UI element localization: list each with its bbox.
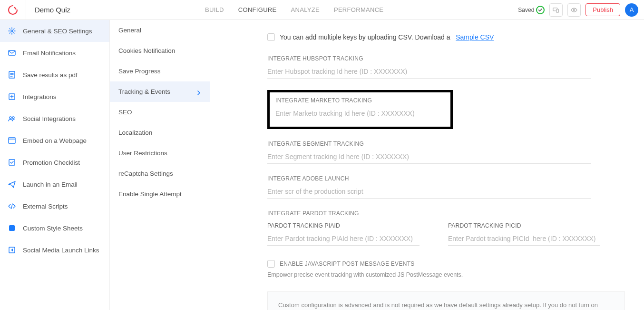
pardot-piaid-field: PARDOT TRACKING PIAID	[267, 222, 420, 246]
js-events-checkbox[interactable]	[267, 260, 275, 268]
svg-rect-4	[9, 50, 15, 55]
publish-button[interactable]: Publish	[585, 3, 620, 16]
embed-icon	[8, 136, 16, 145]
avatar[interactable]: A	[625, 3, 638, 17]
hubspot-input[interactable]	[267, 66, 591, 79]
sidebar-item-label: Save results as pdf	[23, 71, 78, 79]
sub-item-label: Cookies Notification	[118, 47, 175, 54]
marketo-label: INTEGRATE MARKETO TRACKING	[275, 97, 445, 104]
sub-item-label: General	[118, 27, 141, 34]
pardot-picid-field: PARDOT TRACKING PICID	[448, 222, 600, 246]
sidebar-item-embed[interactable]: Embed on a Webpage	[0, 130, 109, 151]
topbar: Demo Quiz BUILD CONFIGURE ANALYZE PERFOR…	[0, 0, 644, 20]
sub-item-save-progress[interactable]: Save Progress	[110, 61, 210, 81]
sub-item-recaptcha[interactable]: reCaptcha Settings	[110, 163, 210, 184]
info-text: Custom configuration is advanced and is …	[278, 301, 598, 310]
logo[interactable]	[0, 0, 26, 20]
quiz-title: Demo Quiz	[26, 6, 70, 14]
js-events-row: ENABLE JAVASCRIPT POST MESSAGE EVENTS	[267, 260, 625, 268]
check-icon	[536, 6, 545, 14]
js-events-desc: Empower precise event tracking with cust…	[267, 271, 625, 278]
sub-item-cookies[interactable]: Cookies Notification	[110, 40, 210, 61]
sidebar-item-label: Embed on a Webpage	[23, 137, 87, 144]
adobe-input[interactable]	[267, 186, 591, 199]
saved-label: Saved	[518, 7, 534, 13]
js-events-label: ENABLE JAVASCRIPT POST MESSAGE EVENTS	[280, 260, 415, 267]
nav-performance[interactable]: PERFORMANCE	[334, 6, 383, 13]
sub-item-general[interactable]: General	[110, 20, 210, 40]
sidebar-item-label: Email Notifications	[23, 50, 76, 57]
users-icon	[8, 114, 16, 123]
sidebar-item-social[interactable]: Social Integrations	[0, 108, 109, 130]
sidebar-secondary: General Cookies Notification Save Progre…	[110, 20, 210, 310]
sub-item-label: reCaptcha Settings	[118, 170, 173, 177]
sidebar-item-label: Social Integrations	[23, 115, 76, 122]
svg-rect-10	[9, 160, 15, 165]
svg-point-3	[11, 30, 13, 32]
adobe-label: INTEGRATE ADOBE LAUNCH	[267, 175, 591, 182]
svg-rect-11	[9, 225, 15, 231]
pardot-picid-input[interactable]	[448, 233, 600, 246]
sub-item-label: Tracking & Events	[118, 88, 170, 95]
css-icon	[8, 224, 16, 232]
pardot-picid-label: PARDOT TRACKING PICID	[448, 222, 600, 229]
preview-button[interactable]	[567, 3, 581, 17]
marketo-field-highlight: INTEGRATE MARKETO TRACKING	[267, 90, 453, 129]
sidebar-item-label: External Scripts	[23, 203, 68, 210]
svg-point-7	[10, 117, 11, 119]
sidebar-primary: General & SEO Settings Email Notificatio…	[0, 20, 110, 310]
segment-field: INTEGRATE SEGMENT TRACKING	[267, 140, 591, 164]
sub-item-label: Localization	[118, 129, 152, 136]
toggle-device-button[interactable]	[549, 3, 563, 17]
hubspot-label: INTEGRATE HUBSPOT TRACKING	[267, 55, 591, 62]
sub-item-label: User Restrictions	[118, 150, 167, 157]
send-icon	[8, 180, 16, 189]
nav-build[interactable]: BUILD	[205, 6, 224, 13]
sidebar-item-general-seo[interactable]: General & SEO Settings	[0, 20, 109, 42]
sub-item-localization[interactable]: Localization	[110, 122, 210, 143]
share-icon	[8, 246, 16, 254]
sidebar-item-social-launch[interactable]: Social Media Launch Links	[0, 239, 109, 261]
sidebar-item-label: General & SEO Settings	[23, 28, 92, 35]
pardot-piaid-input[interactable]	[267, 233, 420, 246]
sub-item-tracking[interactable]: Tracking & Events	[110, 81, 210, 102]
pdf-icon	[8, 70, 16, 79]
sample-csv-link[interactable]: Sample CSV	[456, 33, 494, 41]
hubspot-field: INTEGRATE HUBSPOT TRACKING	[267, 55, 591, 79]
integrations-icon	[8, 92, 16, 101]
csv-upload-row: You can add multiple keys by uploading C…	[267, 33, 625, 41]
main-content: You can add multiple keys by uploading C…	[210, 20, 644, 310]
csv-checkbox[interactable]	[267, 33, 275, 41]
pardot-heading: INTEGRATE PARDOT TRACKING	[267, 210, 625, 217]
mail-icon	[8, 49, 16, 57]
sidebar-item-css[interactable]: Custom Style Sheets	[0, 217, 109, 239]
chevron-right-icon	[196, 90, 201, 94]
sidebar-item-scripts[interactable]: External Scripts	[0, 195, 109, 217]
sidebar-item-pdf[interactable]: Save results as pdf	[0, 64, 109, 86]
top-right: Saved Publish A	[518, 3, 638, 17]
svg-point-2	[574, 9, 576, 11]
adobe-field: INTEGRATE ADOBE LAUNCH	[267, 175, 591, 199]
sidebar-item-label: Launch in an Email	[23, 181, 78, 188]
gear-icon	[8, 27, 16, 35]
nav-configure[interactable]: CONFIGURE	[238, 6, 277, 13]
sub-item-seo[interactable]: SEO	[110, 102, 210, 122]
sidebar-item-integrations[interactable]: Integrations	[0, 86, 109, 108]
segment-input[interactable]	[267, 151, 591, 164]
sidebar-item-launch-email[interactable]: Launch in an Email	[0, 173, 109, 195]
top-nav: BUILD CONFIGURE ANALYZE PERFORMANCE	[70, 6, 518, 13]
sidebar-item-email[interactable]: Email Notifications	[0, 42, 109, 64]
sub-item-user-restrictions[interactable]: User Restrictions	[110, 143, 210, 163]
sub-item-label: SEO	[118, 109, 132, 116]
nav-analyze[interactable]: ANALYZE	[291, 6, 320, 13]
sidebar-item-label: Promotion Checklist	[23, 159, 80, 166]
svg-point-8	[12, 117, 14, 119]
sub-item-single-attempt[interactable]: Enable Single Attempt	[110, 184, 210, 204]
custom-config-info: Custom configuration is advanced and is …	[267, 291, 625, 310]
marketo-input[interactable]	[275, 108, 445, 120]
segment-label: INTEGRATE SEGMENT TRACKING	[267, 140, 591, 147]
pardot-piaid-label: PARDOT TRACKING PIAID	[267, 222, 420, 229]
sidebar-item-promotion[interactable]: Promotion Checklist	[0, 151, 109, 173]
sub-item-label: Enable Single Attempt	[118, 190, 182, 198]
sidebar-item-label: Custom Style Sheets	[23, 225, 83, 232]
